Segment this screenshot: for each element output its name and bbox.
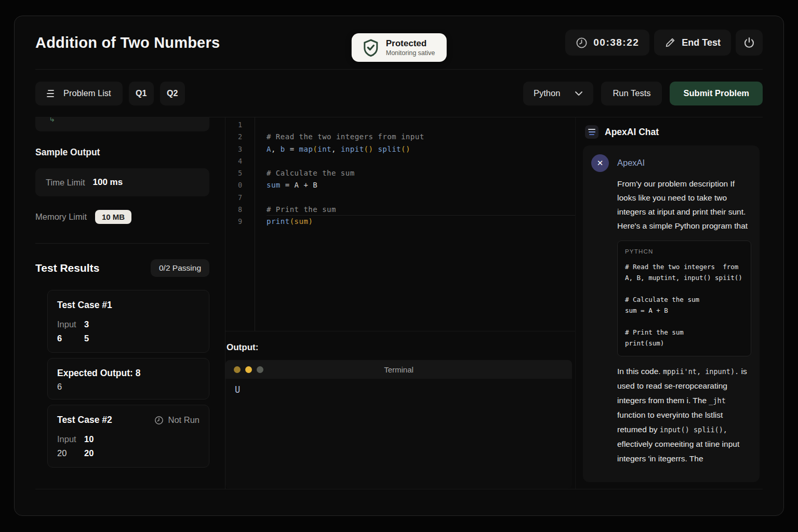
list-icon bbox=[47, 89, 57, 98]
toolbar: Problem List Q1 Q2 Python Run Tests Subm… bbox=[35, 70, 763, 117]
code-line: A, b = map(int, inpit() split() bbox=[267, 143, 575, 155]
code-line bbox=[267, 192, 575, 204]
submit-problem-button[interactable]: Submit Problem bbox=[670, 82, 763, 105]
protected-label: Protected bbox=[386, 38, 435, 49]
test-case-2-status: Not Run bbox=[154, 415, 200, 425]
ai-avatar: ✕ bbox=[591, 154, 609, 172]
ai-message-text: From'y our problem description If looks … bbox=[617, 177, 748, 233]
main-content: ↳ Sample Output Time Limit 100 ms Memory… bbox=[35, 117, 763, 489]
ai-message-explanation: In this code. mppii'nt, inpunt). is used… bbox=[617, 364, 751, 466]
input-value: 3 bbox=[84, 318, 200, 331]
memory-limit-value: 10 MB bbox=[95, 210, 131, 224]
test-case-1-title: Test Case #1 bbox=[57, 300, 112, 311]
passing-badge: 0/2 Passing bbox=[151, 259, 209, 277]
expected-output-value: 6 bbox=[57, 382, 200, 392]
line-number: 5 bbox=[225, 167, 255, 179]
end-test-button[interactable]: End Test bbox=[654, 30, 731, 56]
question-2-button[interactable]: Q2 bbox=[160, 82, 185, 105]
window-dot-minimize bbox=[245, 366, 252, 373]
window-control-dots bbox=[234, 366, 263, 373]
problem-sidebar: ↳ Sample Output Time Limit 100 ms Memory… bbox=[35, 117, 225, 489]
test-case-2-card[interactable]: Test Case #2 Not Run Input 10 20 20 bbox=[47, 405, 209, 468]
clock-icon bbox=[154, 416, 164, 425]
ai-sender-name: ApexAI bbox=[617, 154, 645, 172]
input-value: 5 bbox=[84, 332, 200, 345]
terminal-cursor: U bbox=[235, 384, 240, 395]
expected-output-title: Expected Output: 8 bbox=[57, 368, 140, 378]
code-language-label: PYTHCN bbox=[625, 248, 743, 255]
chat-panel-title: ApexAI Chat bbox=[605, 127, 659, 138]
power-button[interactable] bbox=[736, 30, 763, 56]
window-dot-maximize bbox=[257, 366, 263, 373]
window-dot-close bbox=[234, 366, 241, 373]
code-line bbox=[267, 155, 575, 167]
divider bbox=[35, 243, 209, 244]
run-tests-button[interactable]: Run Tests bbox=[601, 82, 662, 105]
page-title: Addition of Two Numbers bbox=[35, 34, 220, 51]
line-number: 3 bbox=[225, 143, 255, 155]
header: Addition of Two Numbers Protected Monito… bbox=[35, 16, 763, 70]
input-value: 10 bbox=[84, 433, 200, 446]
sample-output-heading: Sample Output bbox=[35, 147, 209, 158]
expected-output-card[interactable]: Expected Output: 8 6 bbox=[47, 358, 209, 400]
time-limit-value: 100 ms bbox=[92, 177, 123, 188]
end-test-label: End Test bbox=[682, 37, 721, 48]
terminal-title: Terminal bbox=[384, 365, 414, 374]
clock-icon bbox=[576, 37, 588, 49]
code-line: # Print the sum bbox=[267, 204, 575, 216]
test-case-2-title: Test Case #2 bbox=[57, 415, 112, 425]
line-number: 8 bbox=[225, 204, 255, 216]
code-line: print(sum) bbox=[267, 216, 575, 228]
line-number: 7 bbox=[225, 192, 255, 204]
code-line: # Calculate the sum bbox=[267, 167, 575, 179]
line-number-gutter: 123450789 bbox=[225, 117, 255, 331]
language-select[interactable]: Python bbox=[523, 82, 593, 105]
test-results-heading: Test Results bbox=[35, 262, 99, 274]
chat-icon bbox=[585, 125, 598, 139]
terminal-window: Terminal U bbox=[225, 360, 572, 489]
code-area: # Read the two integers from inputA, b =… bbox=[255, 117, 575, 331]
input-value: 6 bbox=[57, 332, 84, 345]
input-value: 20 bbox=[57, 447, 84, 460]
shield-check-icon bbox=[363, 39, 379, 57]
chat-code-block: PYTHCN # Read the two integers from A, B… bbox=[617, 241, 751, 356]
chat-message-card[interactable]: ✕ ApexAI From'y our problem description … bbox=[583, 145, 760, 482]
line-number: 0 bbox=[225, 179, 255, 191]
timer-value: 00:38:22 bbox=[593, 37, 639, 48]
time-limit-box: Time Limit 100 ms bbox=[35, 168, 209, 196]
input-label: Input bbox=[57, 318, 84, 331]
test-case-1-card[interactable]: Test Case #1 Input 3 6 5 bbox=[47, 290, 209, 353]
protected-badge: Protected Monitoring sative bbox=[352, 33, 447, 62]
code-line bbox=[267, 119, 575, 131]
editor-column: 123450789 # Read the two integers from i… bbox=[225, 117, 575, 489]
input-value: 20 bbox=[84, 447, 200, 460]
line-number: 9 bbox=[225, 216, 255, 228]
power-icon bbox=[743, 36, 755, 49]
chat-panel: ApexAI Chat ✕ ApexAI From'y our problem … bbox=[575, 117, 763, 489]
code-line: sum = A + B bbox=[267, 179, 575, 191]
output-label: Output: bbox=[227, 342, 575, 353]
chevron-down-icon bbox=[575, 91, 583, 96]
language-value: Python bbox=[534, 88, 560, 98]
problem-list-label: Problem List bbox=[63, 88, 111, 98]
line-number: 2 bbox=[225, 131, 255, 143]
memory-limit-label: Memory Limit bbox=[35, 212, 87, 222]
terminal-body[interactable]: U bbox=[225, 379, 572, 489]
timer: 00:38:22 bbox=[565, 30, 649, 56]
main-window: Addition of Two Numbers Protected Monito… bbox=[14, 16, 784, 516]
pencil-icon bbox=[664, 37, 676, 48]
terminal-header: Terminal bbox=[225, 360, 572, 379]
return-arrow-glyph: ↳ bbox=[49, 117, 56, 124]
input-label: Input bbox=[57, 433, 84, 446]
line-number: 1 bbox=[225, 119, 255, 131]
sample-input-box: ↳ bbox=[35, 117, 209, 131]
chat-code: # Read the two integers from A, B, mupti… bbox=[625, 261, 743, 349]
line-number: 4 bbox=[225, 155, 255, 167]
question-1-button[interactable]: Q1 bbox=[129, 82, 154, 105]
bottom-spacer bbox=[35, 489, 763, 515]
monitoring-label: Monitoring sative bbox=[386, 49, 435, 57]
problem-list-button[interactable]: Problem List bbox=[35, 82, 123, 105]
code-line: # Read the two integers from input bbox=[267, 131, 575, 143]
code-editor[interactable]: 123450789 # Read the two integers from i… bbox=[225, 117, 575, 331]
status-text: Not Run bbox=[168, 415, 200, 425]
